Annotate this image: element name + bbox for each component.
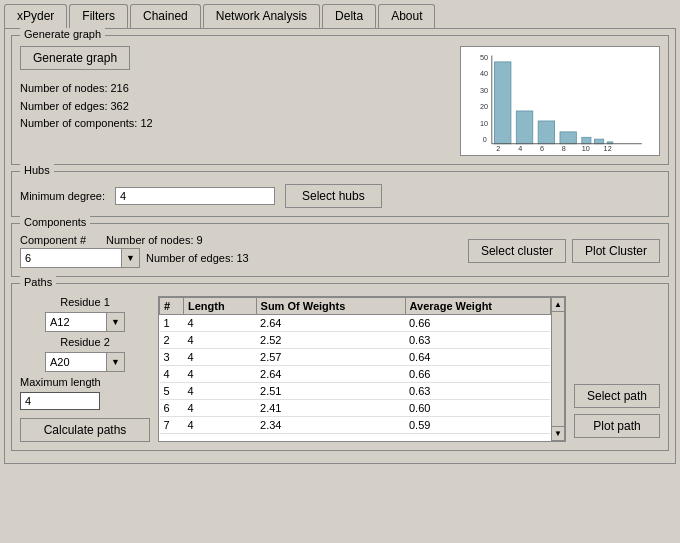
- plot-path-button[interactable]: Plot path: [574, 414, 660, 438]
- components-bottom-row: 6 ▼ Number of edges: 13: [20, 248, 460, 268]
- svg-rect-9: [560, 132, 576, 144]
- min-degree-input[interactable]: [115, 187, 275, 205]
- svg-text:50: 50: [480, 53, 488, 62]
- table-cell-num: 7: [160, 417, 184, 434]
- table-scrollbar[interactable]: ▲ ▼: [551, 297, 565, 441]
- table-cell-sum: 2.51: [256, 383, 405, 400]
- svg-text:30: 30: [480, 86, 488, 95]
- max-length-input[interactable]: [20, 392, 100, 410]
- svg-rect-8: [538, 121, 554, 144]
- components-stat: Number of components: 12: [20, 115, 450, 133]
- col-header-length: Length: [184, 298, 257, 315]
- component-value: 6: [21, 252, 121, 264]
- table-row[interactable]: 642.410.60: [160, 400, 551, 417]
- plot-cluster-button[interactable]: Plot Cluster: [572, 239, 660, 263]
- table-cell-avg: 0.64: [405, 349, 550, 366]
- residue2-value: A20: [46, 356, 106, 368]
- table-cell-avg: 0.60: [405, 400, 550, 417]
- paths-table-scroll[interactable]: # Length Sum Of Weights Average Weight 1…: [159, 297, 551, 434]
- table-cell-length: 4: [184, 315, 257, 332]
- residue1-label: Residue 1: [20, 296, 150, 308]
- table-row[interactable]: 542.510.63: [160, 383, 551, 400]
- table-cell-num: 2: [160, 332, 184, 349]
- col-header-sum: Sum Of Weights: [256, 298, 405, 315]
- tab-chained[interactable]: Chained: [130, 4, 201, 28]
- select-path-button[interactable]: Select path: [574, 384, 660, 408]
- tab-network-analysis[interactable]: Network Analysis: [203, 4, 320, 28]
- hubs-section: Hubs Minimum degree: Select hubs: [11, 171, 669, 217]
- table-row[interactable]: 242.520.63: [160, 332, 551, 349]
- table-cell-length: 4: [184, 383, 257, 400]
- tab-delta[interactable]: Delta: [322, 4, 376, 28]
- table-row[interactable]: 742.340.59: [160, 417, 551, 434]
- svg-text:10: 10: [582, 144, 590, 151]
- min-degree-label: Minimum degree:: [20, 190, 105, 202]
- table-cell-avg: 0.59: [405, 417, 550, 434]
- col-header-num: #: [160, 298, 184, 315]
- table-cell-num: 3: [160, 349, 184, 366]
- table-cell-num: 6: [160, 400, 184, 417]
- select-hubs-button[interactable]: Select hubs: [285, 184, 382, 208]
- table-cell-num: 5: [160, 383, 184, 400]
- nodes-count-label: Number of nodes: 9: [106, 234, 203, 246]
- svg-text:4: 4: [518, 144, 522, 151]
- generate-graph-button[interactable]: Generate graph: [20, 46, 130, 70]
- table-cell-length: 4: [184, 332, 257, 349]
- residue2-dropdown-arrow[interactable]: ▼: [106, 353, 124, 371]
- table-row[interactable]: 342.570.64: [160, 349, 551, 366]
- max-length-label: Maximum length: [20, 376, 150, 388]
- table-cell-avg: 0.66: [405, 366, 550, 383]
- hubs-inner: Minimum degree: Select hubs: [20, 184, 660, 208]
- tab-about[interactable]: About: [378, 4, 435, 28]
- generate-graph-left: Generate graph Number of nodes: 216 Numb…: [20, 46, 450, 133]
- table-row[interactable]: 442.640.66: [160, 366, 551, 383]
- table-cell-avg: 0.66: [405, 315, 550, 332]
- residue1-dropdown-arrow[interactable]: ▼: [106, 313, 124, 331]
- paths-table: # Length Sum Of Weights Average Weight 1…: [159, 297, 551, 434]
- residue2-label: Residue 2: [20, 336, 150, 348]
- table-cell-sum: 2.64: [256, 366, 405, 383]
- main-content: Generate graph Generate graph Number of …: [4, 28, 676, 464]
- table-cell-length: 4: [184, 400, 257, 417]
- path-action-buttons: Select path Plot path: [574, 296, 660, 442]
- tab-bar: xPyder Filters Chained Network Analysis …: [0, 0, 680, 28]
- edges-stat: Number of edges: 362: [20, 98, 450, 116]
- residue2-select[interactable]: A20 ▼: [45, 352, 125, 372]
- table-cell-num: 4: [160, 366, 184, 383]
- components-section: Components Component # Number of nodes: …: [11, 223, 669, 277]
- tab-filters[interactable]: Filters: [69, 4, 128, 28]
- paths-inner: Residue 1 A12 ▼ Residue 2 A20 ▼ Maximum …: [20, 296, 660, 442]
- svg-rect-11: [595, 139, 604, 144]
- calculate-paths-button[interactable]: Calculate paths: [20, 418, 150, 442]
- table-cell-avg: 0.63: [405, 383, 550, 400]
- select-cluster-button[interactable]: Select cluster: [468, 239, 566, 263]
- edges-count-label: Number of edges: 13: [146, 252, 249, 264]
- scrollbar-up-arrow[interactable]: ▲: [552, 298, 564, 312]
- component-dropdown-arrow[interactable]: ▼: [121, 249, 139, 267]
- table-cell-sum: 2.34: [256, 417, 405, 434]
- paths-table-section: # Length Sum Of Weights Average Weight 1…: [158, 296, 566, 442]
- component-number-label: Component #: [20, 234, 86, 246]
- hubs-label: Hubs: [20, 164, 54, 176]
- component-buttons: Select cluster Plot Cluster: [468, 239, 660, 263]
- svg-text:2: 2: [496, 144, 500, 151]
- table-cell-sum: 2.57: [256, 349, 405, 366]
- table-cell-sum: 2.64: [256, 315, 405, 332]
- components-label: Components: [20, 216, 90, 228]
- svg-text:12: 12: [604, 144, 612, 151]
- svg-text:20: 20: [480, 102, 488, 111]
- tab-xpyder[interactable]: xPyder: [4, 4, 67, 28]
- residue1-select[interactable]: A12 ▼: [45, 312, 125, 332]
- col-header-avg: Average Weight: [405, 298, 550, 315]
- component-select[interactable]: 6 ▼: [20, 248, 140, 268]
- paths-section: Paths Residue 1 A12 ▼ Residue 2 A20 ▼ Ma…: [11, 283, 669, 451]
- svg-text:6: 6: [540, 144, 544, 151]
- table-cell-sum: 2.52: [256, 332, 405, 349]
- table-cell-length: 4: [184, 366, 257, 383]
- table-cell-avg: 0.63: [405, 332, 550, 349]
- svg-text:10: 10: [480, 119, 488, 128]
- nodes-stat: Number of nodes: 216: [20, 80, 450, 98]
- table-row[interactable]: 142.640.66: [160, 315, 551, 332]
- scrollbar-down-arrow[interactable]: ▼: [552, 426, 564, 440]
- table-cell-length: 4: [184, 349, 257, 366]
